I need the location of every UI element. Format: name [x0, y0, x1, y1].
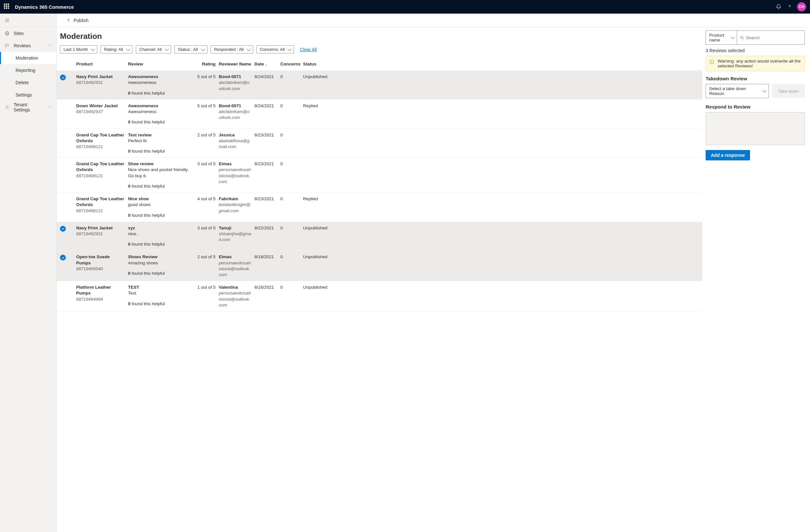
- table-row[interactable]: Open-toe Suede Pumps68719495040 Shoes Re…: [57, 251, 702, 281]
- reviewer-email: shivanijha@gmail.com: [219, 231, 251, 243]
- search-box[interactable]: [737, 31, 805, 45]
- concerns-count: 0: [280, 161, 300, 189]
- nav-reviews[interactable]: Reviews: [0, 39, 56, 52]
- nav-label: Delete: [16, 80, 29, 85]
- search-icon: [740, 35, 745, 40]
- review-body: nice..: [128, 231, 193, 237]
- filter-responded[interactable]: Responded : All: [211, 45, 253, 53]
- product-sku: 68719498121: [76, 208, 125, 214]
- nav-tenant-settings[interactable]: Tenant Settings: [0, 101, 56, 113]
- col-date[interactable]: Date↓: [255, 61, 277, 67]
- filter-rating[interactable]: Rating: All: [100, 45, 133, 53]
- filter-channel[interactable]: Channel: All: [136, 45, 171, 53]
- nav-label: Settings: [16, 92, 32, 98]
- col-status[interactable]: Status: [303, 61, 329, 67]
- table-header-row: Product Review Rating Reviewer Name Date…: [57, 58, 702, 71]
- review-status: [303, 132, 329, 154]
- command-bar: Publish: [57, 14, 810, 27]
- table-row[interactable]: Down Winter Jacket68719492937 Awesomenes…: [57, 100, 702, 129]
- chat-icon: [4, 43, 10, 48]
- table-row[interactable]: Grand Cap Toe Leather Oxfords68719498121…: [57, 129, 702, 158]
- nav-label: Reviews: [14, 43, 31, 48]
- product-sku: 68719498121: [76, 173, 125, 179]
- review-body: Test: [128, 290, 193, 296]
- row-selected-icon[interactable]: [60, 226, 66, 232]
- row-selected-icon[interactable]: [60, 255, 66, 261]
- filter-concerns[interactable]: Concerns: All: [256, 45, 294, 53]
- filter-time[interactable]: Last 1 Month: [60, 45, 97, 53]
- user-avatar[interactable]: CH: [797, 2, 806, 11]
- search-mode-select[interactable]: Product name: [706, 31, 737, 45]
- rating-value: 1 out of 5: [196, 284, 215, 308]
- review-body: Awesomeness: [128, 80, 193, 85]
- helpful-count: 0 found this helpful: [128, 270, 193, 276]
- info-icon: [709, 59, 714, 65]
- response-textarea[interactable]: [706, 112, 805, 145]
- product-sku: 68719494994: [76, 297, 125, 302]
- respond-section-title: Respond to Review: [706, 104, 805, 110]
- col-review[interactable]: Review: [128, 61, 193, 67]
- table-row[interactable]: Grand Cap Toe Leather Oxfords68719498121…: [57, 158, 702, 193]
- review-status: Unpublished: [303, 284, 329, 308]
- product-sku: 68719495040: [76, 266, 125, 272]
- nav-sites[interactable]: Sites: [0, 27, 56, 39]
- product-sku: 68719492937: [76, 109, 125, 115]
- clear-filters-link[interactable]: Clear All: [300, 47, 317, 52]
- publish-button[interactable]: Publish: [64, 17, 91, 24]
- rating-value: 2 out of 5: [196, 132, 215, 154]
- warning-message: Warning: any action would overwrite all …: [706, 56, 805, 71]
- page-title: Moderation: [57, 27, 702, 45]
- chevron-down-icon: [48, 105, 52, 110]
- review-title: xyz: [128, 225, 193, 231]
- left-navigation: Sites Reviews Moderation Reporting Delet…: [0, 14, 57, 532]
- reviewer-name: Fabrikam: [219, 196, 251, 202]
- review-body: good shoes: [128, 202, 193, 208]
- col-product[interactable]: Product: [76, 61, 125, 67]
- nav-label: Moderation: [16, 55, 38, 61]
- table-row[interactable]: Platform Leather Pumps68719494994 TESTTe…: [57, 281, 702, 312]
- review-body: Awesomeness: [128, 109, 193, 115]
- review-title: Awesomeness: [128, 74, 193, 80]
- table-row[interactable]: Navy Print Jacket68719492931 Awesomeness…: [57, 71, 702, 100]
- rating-value: 4 out of 5: [196, 196, 215, 218]
- nav-label: Sites: [14, 31, 24, 36]
- table-row[interactable]: Navy Print Jacket68719492931 xyznice..0 …: [57, 222, 702, 251]
- nav-label: Reporting: [16, 68, 35, 73]
- publish-label: Publish: [74, 18, 88, 23]
- review-status: Unpublished: [303, 225, 329, 248]
- col-rating[interactable]: Rating: [196, 61, 215, 67]
- table-row[interactable]: Grand Cap Toe Leather Oxfords68719498121…: [57, 193, 702, 222]
- nav-delete[interactable]: Delete: [0, 77, 56, 89]
- review-title: Nice shoe: [128, 196, 193, 202]
- concerns-count: 0: [280, 132, 300, 154]
- nav-moderation[interactable]: Moderation: [0, 52, 56, 64]
- takedown-button[interactable]: Take down: [772, 84, 805, 98]
- takedown-reason-select[interactable]: Select a take down Reason: [706, 84, 769, 98]
- rating-value: 3 out of 5: [196, 225, 215, 248]
- reviewer-email: personaexitosahistoria@outlook.com: [219, 167, 251, 185]
- reviewer-email: abcfabrikam@outlook.com: [219, 109, 251, 120]
- filter-status[interactable]: Status : All: [174, 45, 207, 53]
- top-app-bar: Dynamics 365 Commerce CH: [0, 0, 810, 14]
- rating-value: 2 out of 5: [196, 254, 215, 278]
- app-launcher-icon[interactable]: [4, 3, 10, 10]
- add-response-button[interactable]: Add a response: [706, 150, 750, 160]
- review-date: 8/23/2021: [255, 161, 277, 189]
- svg-line-11: [743, 38, 744, 39]
- nav-collapse-toggle[interactable]: [0, 14, 56, 27]
- nav-reporting[interactable]: Reporting: [0, 64, 56, 77]
- help-icon[interactable]: [784, 1, 795, 12]
- product-sku: 68719492931: [76, 80, 125, 85]
- col-concerns[interactable]: Concerns: [280, 61, 300, 67]
- review-status: Unpublished: [303, 74, 329, 96]
- helpful-count: 0 found this helpful: [128, 119, 193, 125]
- nav-settings[interactable]: Settings: [0, 89, 56, 101]
- search-input[interactable]: [745, 33, 802, 42]
- notifications-icon[interactable]: [773, 1, 784, 12]
- row-selected-icon[interactable]: [60, 74, 66, 80]
- chevron-up-icon: [48, 43, 52, 48]
- reviewer-email: daebakfiona@gmail.com: [219, 138, 251, 150]
- review-date: 8/24/2021: [255, 103, 277, 126]
- reviews-table: Product Review Rating Reviewer Name Date…: [57, 58, 702, 312]
- col-reviewer[interactable]: Reviewer Name: [219, 61, 251, 67]
